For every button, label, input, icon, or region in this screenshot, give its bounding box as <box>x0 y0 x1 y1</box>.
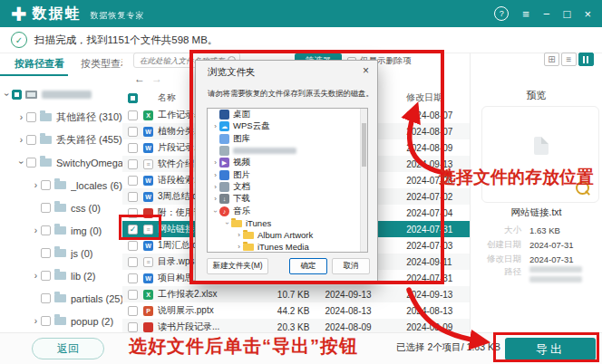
file-row[interactable]: 读书片段记录... 20.3 KB 2024-08-09 2024-08-09 <box>122 319 470 333</box>
file-date-modified: 2024-08-13 <box>406 306 470 316</box>
export-button[interactable]: 导出 <box>505 338 596 360</box>
dialog-tree-item[interactable] <box>208 145 367 157</box>
expander-icon[interactable]: › <box>16 158 26 168</box>
file-date-modified: 2024-08-09 <box>406 322 470 332</box>
dialog-tree-item[interactable]: ›图片 <box>208 168 367 180</box>
dialog-tree-item[interactable]: ›Album Artwork <box>208 229 367 241</box>
expander-icon[interactable]: › <box>211 158 219 167</box>
sidebar-tree-item[interactable]: ›其他路径 (310) <box>0 106 122 129</box>
expander-icon[interactable]: › <box>16 135 26 145</box>
ok-button[interactable]: 确定 <box>289 258 327 274</box>
file-checkbox[interactable] <box>128 192 138 202</box>
word-file-icon: W <box>143 176 153 186</box>
file-row[interactable]: P 说明展示.pptx 44.2 KB 2024-08-13 2024-08-1… <box>122 302 470 319</box>
back-arrow-icon[interactable]: ← <box>134 72 145 85</box>
menu-icon[interactable]: ≡ <box>522 8 529 20</box>
created-label: 创建日期 <box>478 239 521 251</box>
column-modified[interactable]: 修改日期 <box>406 91 470 104</box>
expander-icon[interactable]: › <box>211 171 219 179</box>
tree-checkbox[interactable] <box>41 248 51 258</box>
expander-icon[interactable]: › <box>235 243 243 251</box>
file-checkbox[interactable] <box>128 208 138 218</box>
tab-view-by-path[interactable]: 按路径查看 <box>0 53 68 76</box>
dialog-tree-item[interactable]: ›▶视频 <box>208 157 367 168</box>
back-button[interactable]: 返回 <box>32 338 104 359</box>
zoom-preview-icon[interactable] <box>576 181 589 195</box>
file-checkbox[interactable] <box>128 257 138 267</box>
sidebar-tree-item[interactable]: ›popup (2) <box>0 310 122 332</box>
folder-icon <box>40 158 52 167</box>
dialog-tree-item[interactable]: 图库 <box>208 133 367 145</box>
dialog-tree-item[interactable]: ›文档 <box>208 181 367 193</box>
dialog-tree-item[interactable]: 桌面 <box>208 109 367 120</box>
file-checkbox[interactable] <box>128 110 138 120</box>
sidebar-tree-item[interactable]: ›_locales (6) <box>0 174 122 196</box>
dialog-tree-item[interactable]: ›iTunes Media <box>208 241 367 253</box>
tree-checkbox[interactable] <box>41 180 51 190</box>
file-checkbox[interactable] <box>128 143 138 153</box>
expander-icon[interactable]: › <box>211 183 219 191</box>
sidebar-tree-item[interactable]: ›img (0) <box>0 219 122 242</box>
tree-checkbox[interactable] <box>41 203 51 213</box>
file-checkbox[interactable] <box>128 290 138 300</box>
tree-checkbox[interactable] <box>41 225 51 235</box>
expander-icon[interactable]: › <box>223 219 231 227</box>
minimize-icon[interactable]: − <box>543 8 550 20</box>
sidebar-tree-item[interactable]: › <box>0 83 122 106</box>
tree-checkbox[interactable] <box>41 316 51 326</box>
dialog-tree-item[interactable]: ›☁WPS云盘 <box>208 120 367 132</box>
sidebar-tree-item[interactable]: ›SwitchyOmega_Chromiur <box>0 151 122 174</box>
file-row[interactable]: X 工作报表2.xlsx 10.7 KB 2024-09-13 2024-09-… <box>122 286 470 302</box>
tree-checkbox[interactable] <box>12 90 22 100</box>
file-checkbox[interactable] <box>128 241 138 251</box>
tree-label: 图片 <box>233 169 250 181</box>
preview-title: 预览 <box>471 89 602 102</box>
expander-icon[interactable]: › <box>211 122 219 130</box>
tree-checkbox[interactable] <box>26 135 36 145</box>
file-checkbox[interactable] <box>128 127 138 137</box>
help-icon[interactable]: ? <box>494 6 509 21</box>
tree-checkbox[interactable] <box>41 293 51 303</box>
tree-label: Album Artwork <box>257 230 313 240</box>
maximize-icon[interactable]: □ <box>564 8 571 20</box>
expander-icon[interactable]: › <box>31 225 41 235</box>
expander-icon[interactable]: › <box>31 271 41 281</box>
file-checkbox[interactable] <box>128 176 138 186</box>
file-checkbox[interactable] <box>128 159 138 169</box>
tree-label: WPS云盘 <box>233 120 270 132</box>
tree-checkbox[interactable] <box>26 112 36 122</box>
sidebar-tree-item[interactable]: ›lib (2) <box>0 264 122 287</box>
folder-icon <box>54 181 66 189</box>
tree-checkbox[interactable] <box>26 158 36 168</box>
expander-icon[interactable]: › <box>16 112 26 122</box>
close-icon[interactable]: × <box>584 8 591 20</box>
tab-view-by-type[interactable]: 按类型查看 <box>68 53 122 74</box>
expander-icon[interactable]: › <box>211 195 219 203</box>
file-checkbox[interactable] <box>128 273 138 283</box>
app-name: 数据蛙 <box>33 5 82 24</box>
cancel-button[interactable]: 取消 <box>332 258 370 274</box>
sidebar-tree-item[interactable]: ›丢失路径 (455) <box>0 129 122 151</box>
dialog-scrollbar[interactable] <box>360 109 367 252</box>
scrollbar-thumb[interactable] <box>362 123 366 167</box>
sidebar-tree-item[interactable]: partials (25) <box>0 287 122 310</box>
dialog-tree-item[interactable]: ›iTunes <box>208 217 367 229</box>
dialog-tree-item[interactable]: ›↓下载 <box>208 193 367 205</box>
file-checkbox[interactable] <box>128 306 138 316</box>
file-checkbox[interactable] <box>128 322 138 332</box>
expander-icon[interactable]: › <box>31 180 41 190</box>
sidebar-tree-item[interactable]: js (0) <box>0 242 122 264</box>
expander-icon[interactable]: › <box>235 231 243 239</box>
new-folder-button[interactable]: 新建文件夹(M) <box>207 258 268 274</box>
expander-icon[interactable]: › <box>2 90 12 100</box>
expander-icon[interactable]: › <box>31 316 41 326</box>
file-checkbox[interactable]: ✓ <box>128 225 138 235</box>
dialog-close-icon[interactable]: × <box>363 64 369 77</box>
file-date-modified: 2024-08-09 <box>406 143 470 153</box>
expander-icon[interactable]: › <box>211 207 219 216</box>
tree-checkbox[interactable] <box>41 271 51 281</box>
excel-file-icon: X <box>143 110 153 120</box>
select-all-checkbox[interactable] <box>128 93 138 103</box>
sidebar-tree-item[interactable]: css (0) <box>0 196 122 219</box>
dialog-tree-item[interactable]: ›♪音乐 <box>208 205 367 216</box>
